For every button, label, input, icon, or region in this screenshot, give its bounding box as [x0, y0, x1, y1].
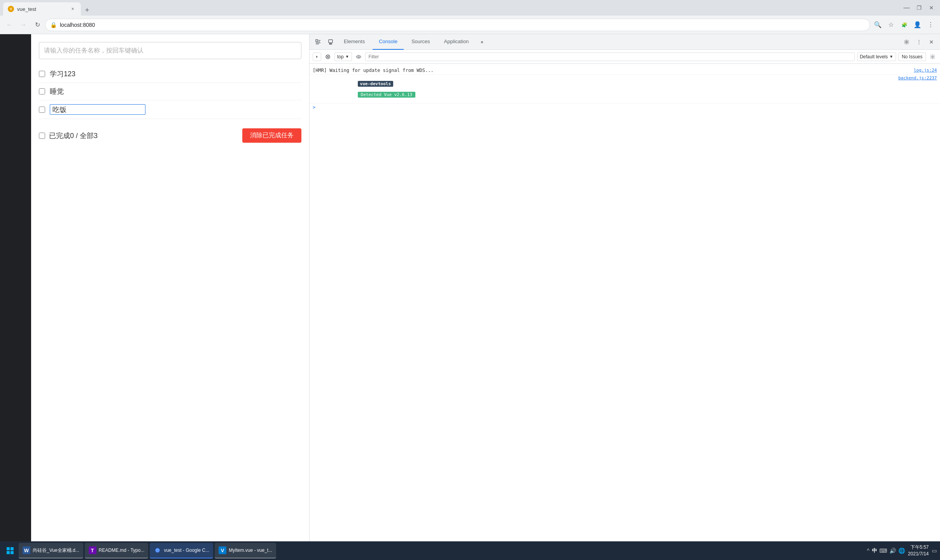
console-line: vue-devtools Detected Vue v2.6.13 backen… — [310, 75, 940, 104]
console-prompt[interactable]: > — [310, 104, 940, 111]
address-bar[interactable]: 🔒 localhost:8080 — [45, 19, 870, 31]
browser-main: 学习123 睡觉 — [31, 34, 940, 560]
close-button[interactable]: ✕ — [926, 2, 937, 13]
taskbar-vscode-label: MyItem.vue - vue_t... — [229, 548, 272, 553]
keyboard-icon[interactable]: ⌨ — [879, 548, 887, 554]
taskbar-word-label: 尚硅谷_Vue全家桶.d... — [33, 547, 79, 554]
browser-left-padding — [0, 34, 31, 560]
extensions-icon: 🧩 — [901, 22, 907, 28]
forward-button[interactable]: → — [17, 19, 30, 31]
browser-tab-active[interactable]: V vue_test × — [3, 2, 81, 16]
vscode-icon: V — [219, 546, 226, 554]
navigation-bar: ← → ↻ 🔒 localhost:8080 🔍 ☆ 🧩 👤 — [0, 16, 940, 34]
devtools-close-button[interactable]: ✕ — [926, 37, 937, 47]
svg-rect-0 — [316, 40, 318, 42]
devtools-tab-elements[interactable]: Elements — [338, 34, 371, 50]
security-icon: 🔒 — [50, 22, 57, 28]
app-area: 学习123 睡觉 — [31, 34, 309, 560]
devtools-panel: Elements Console Sources Application » — [309, 34, 940, 560]
clock-date: 2021/7/14 — [908, 551, 929, 557]
url-text: localhost:8080 — [60, 22, 865, 28]
todo-item: 学习123 — [39, 65, 301, 83]
todo-checkbox-1[interactable] — [39, 71, 45, 77]
system-tray: ^ 中 ⌨ 🔊 🌐 — [867, 547, 905, 554]
devtools-inspect-button[interactable] — [313, 37, 324, 47]
devtools-toolbar: Elements Console Sources Application » — [310, 34, 940, 50]
devtools-more-tabs[interactable]: » — [476, 37, 487, 47]
todo-count-text: 已完成0 / 全部3 — [49, 131, 98, 140]
devtools-tab-sources[interactable]: Sources — [405, 34, 436, 50]
reload-button[interactable]: ↻ — [31, 19, 44, 31]
profile-button[interactable]: 👤 — [911, 19, 924, 31]
select-all-checkbox[interactable] — [39, 133, 45, 139]
extensions-button[interactable]: 🧩 — [898, 19, 910, 31]
todo-footer: 已完成0 / 全部3 消除已完成任务 — [39, 125, 301, 143]
tab-close-button[interactable]: × — [69, 5, 76, 12]
start-button[interactable] — [3, 544, 17, 558]
minimize-button[interactable]: — — [901, 2, 912, 13]
svg-point-3 — [906, 41, 907, 43]
todo-input[interactable] — [39, 42, 301, 59]
tray-chevron-icon[interactable]: ^ — [867, 548, 870, 554]
taskbar-typora-label: README.md - Typo... — [99, 548, 145, 553]
devtools-tab-console[interactable]: Console — [373, 34, 404, 50]
taskbar-right: ^ 中 ⌨ 🔊 🌐 下午5:57 2021/7/14 ▭ — [867, 544, 937, 557]
bookmark-icon: ☆ — [888, 21, 894, 28]
console-vue-message: vue-devtools Detected Vue v2.6.13 — [313, 75, 895, 103]
devtools-options-button[interactable]: ⋮ — [914, 37, 924, 47]
console-line: [HMR] Waiting for update signal from WDS… — [310, 67, 940, 75]
console-message-text: [HMR] Waiting for update signal from WDS… — [313, 68, 910, 73]
svg-rect-8 — [11, 547, 14, 550]
console-execute-button[interactable] — [313, 52, 321, 61]
more-icon: ⋮ — [928, 21, 934, 28]
levels-dropdown-icon: ▼ — [889, 54, 893, 59]
console-context-selector[interactable]: top ▼ — [334, 52, 352, 61]
system-clock[interactable]: 下午5:57 2021/7/14 — [908, 544, 929, 557]
search-button[interactable]: 🔍 — [872, 19, 884, 31]
svg-point-6 — [932, 56, 933, 58]
show-desktop-icon[interactable]: ▭ — [932, 548, 937, 554]
todo-checkbox-2[interactable] — [39, 88, 45, 94]
console-clear-button[interactable] — [324, 52, 332, 61]
title-bar: V vue_test × + — ❐ ✕ — [0, 0, 940, 16]
maximize-button[interactable]: ❐ — [914, 2, 924, 13]
new-tab-button[interactable]: + — [82, 5, 93, 16]
console-vue-source[interactable]: backend.js:2237 — [898, 75, 937, 80]
devtools-settings-button[interactable] — [901, 37, 912, 47]
taskbar-item-typora[interactable]: T README.md - Typo... — [85, 543, 149, 558]
main-area: 学习123 睡觉 — [31, 34, 940, 560]
browser-content: 学习123 睡觉 — [0, 34, 940, 560]
typora-icon: T — [89, 546, 96, 554]
svg-point-5 — [358, 56, 359, 58]
todo-edit-input[interactable] — [50, 104, 145, 115]
devtools-device-button[interactable] — [325, 37, 336, 47]
bookmark-button[interactable]: ☆ — [885, 19, 897, 31]
todo-text-1: 学习123 — [50, 69, 75, 79]
console-levels-selector[interactable]: Default levels ▼ — [857, 52, 896, 61]
todo-checkbox-3[interactable] — [39, 107, 45, 113]
taskbar-item-word[interactable]: W 尚硅谷_Vue全家桶.d... — [19, 543, 83, 558]
svg-point-13 — [157, 550, 159, 551]
console-settings-button[interactable] — [928, 52, 937, 61]
taskbar: W 尚硅谷_Vue全家桶.d... T README.md - Typo... … — [0, 541, 940, 560]
back-button[interactable]: ← — [3, 19, 16, 31]
ime-indicator[interactable]: 中 — [872, 547, 877, 554]
tab-favicon: V — [8, 6, 14, 12]
taskbar-item-chrome[interactable]: vue_test - Google C... — [150, 543, 213, 558]
menu-button[interactable]: ⋮ — [924, 19, 937, 31]
console-filter-input[interactable] — [365, 52, 855, 61]
devtools-tab-application[interactable]: Application — [438, 34, 475, 50]
profile-icon: 👤 — [914, 21, 921, 28]
console-message-source[interactable]: log.js:24 — [914, 68, 937, 73]
context-dropdown-icon: ▼ — [345, 54, 349, 59]
volume-icon[interactable]: 🔊 — [889, 548, 896, 554]
todo-item: 睡觉 — [39, 83, 301, 100]
network-icon[interactable]: 🌐 — [898, 548, 905, 554]
clock-time: 下午5:57 — [908, 544, 929, 551]
taskbar-item-vscode[interactable]: V MyItem.vue - vue_t... — [215, 543, 276, 558]
back-icon: ← — [6, 21, 12, 28]
clear-completed-button[interactable]: 消除已完成任务 — [242, 128, 301, 143]
console-live-expressions-button[interactable] — [354, 52, 363, 61]
reload-icon: ↻ — [35, 21, 40, 28]
search-icon: 🔍 — [874, 21, 882, 28]
